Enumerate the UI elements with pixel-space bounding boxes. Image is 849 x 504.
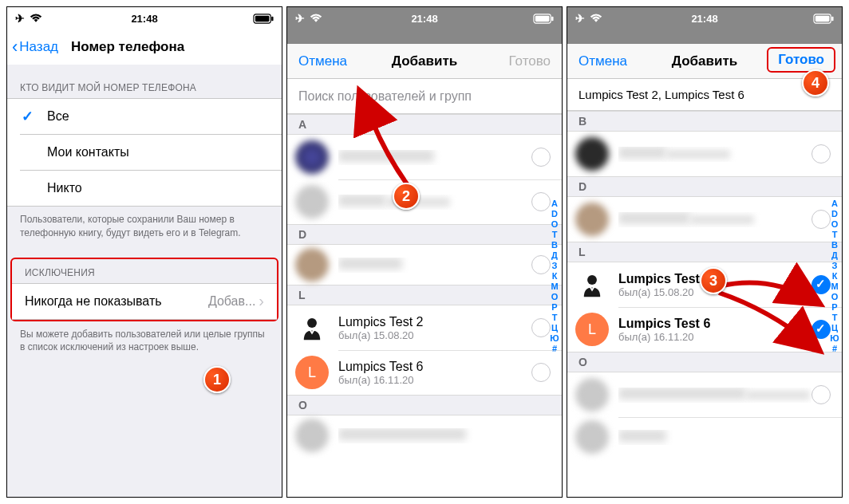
highlight-done: Готово <box>767 47 835 73</box>
avatar <box>575 420 609 454</box>
never-show-cell[interactable]: Никогда не показывать Добав... › <box>12 284 277 319</box>
status-bar: ✈ 21:48 <box>287 7 562 30</box>
checkbox[interactable] <box>811 210 831 229</box>
content: КТО ВИДИТ МОЙ НОМЕР ТЕЛЕФОНА Все Мои кон… <box>7 65 282 497</box>
section-D: D <box>567 176 842 197</box>
contact-status: был(а) 16.11.20 <box>338 374 531 386</box>
checkbox[interactable] <box>531 363 551 382</box>
avatar <box>575 378 609 411</box>
index-bar[interactable]: ADOТВДЗКМОРТЦЮ# <box>829 199 840 353</box>
list-item[interactable] <box>567 417 842 457</box>
checkbox[interactable] <box>811 144 831 163</box>
contact-name-blurred <box>338 428 466 440</box>
never-show-detail: Добав... <box>208 294 255 309</box>
content: Поиск пользователей и групп A D L <box>287 79 562 497</box>
page-title: Номер телефона <box>71 39 184 55</box>
contact-name: Lumpics Test 6 <box>338 360 531 374</box>
contact-sub-blurred <box>666 150 730 159</box>
list-item[interactable] <box>567 372 842 417</box>
contact-sub-blurred <box>746 391 810 400</box>
list-item[interactable] <box>567 132 842 176</box>
index-bar[interactable]: ADOТВДЗКМОРТЦЮ# <box>549 199 560 353</box>
never-show-label: Никогда не показывать <box>25 294 162 309</box>
avatar <box>295 248 329 282</box>
avatar <box>575 203 609 236</box>
done-button[interactable]: Готово <box>498 53 563 69</box>
checkbox[interactable] <box>531 318 551 337</box>
section-header-exceptions: ИСКЛЮЧЕНИЯ <box>12 259 277 283</box>
checkbox[interactable] <box>811 385 831 404</box>
status-time: 21:48 <box>567 13 842 25</box>
phone-screen-3: ✈ 21:48 Отмена Добавить Готово Lumpics T… <box>567 6 843 498</box>
nav-bar: Отмена Добавить Готово <box>567 44 842 79</box>
section-L: L <box>287 285 562 305</box>
selected-text: Lumpics Test 2, Lumpics Test 6 <box>579 88 744 101</box>
annotation-marker-1: 1 <box>203 366 231 393</box>
section-footer-who: Пользователи, которые сохранили Ваш номе… <box>7 207 282 245</box>
avatar <box>295 185 329 219</box>
annotation-marker-3: 3 <box>700 267 727 294</box>
option-contacts[interactable]: Мои контакты <box>7 135 282 170</box>
done-button[interactable]: Готово <box>770 52 832 68</box>
contact-sub-blurred <box>690 215 754 224</box>
contact-name-blurred <box>618 212 690 224</box>
contact-name-blurred <box>618 147 666 159</box>
checkbox[interactable] <box>531 148 551 167</box>
avatar <box>575 137 609 171</box>
phone-screen-2: ✈ 21:48 Отмена Добавить Готово Поиск пол… <box>286 6 563 498</box>
back-button[interactable]: ‹ Назад <box>7 38 58 56</box>
chevron-left-icon: ‹ <box>12 38 18 56</box>
chevron-right-icon: › <box>259 292 264 310</box>
svg-point-6 <box>307 318 317 328</box>
status-time: 21:48 <box>7 13 282 25</box>
selected-contacts[interactable]: Lumpics Test 2, Lumpics Test 6 <box>567 79 842 111</box>
status-bar: ✈ 21:48 <box>7 7 282 30</box>
contact-name: Lumpics Test 2 <box>338 315 531 329</box>
option-all[interactable]: Все <box>7 99 282 134</box>
phone-screen-1: ✈ 21:48 ‹ Назад Номер телефона КТО ВИДИТ… <box>6 6 282 498</box>
avatar <box>295 311 329 345</box>
annotation-marker-2: 2 <box>393 183 420 210</box>
contact-name-blurred <box>618 430 666 442</box>
section-O: O <box>287 395 562 415</box>
visibility-options: Все Мои контакты Никто <box>7 98 282 207</box>
contact-name-blurred <box>338 258 402 270</box>
section-footer-exceptions: Вы можете добавить пользователей или цел… <box>7 321 282 360</box>
contact-name-blurred <box>618 388 746 400</box>
svg-point-10 <box>587 275 597 285</box>
avatar <box>575 268 609 301</box>
back-label: Назад <box>19 39 58 55</box>
content: Lumpics Test 2, Lumpics Test 6 B D L <box>567 79 842 497</box>
status-bar: ✈ 21:48 <box>567 7 842 30</box>
list-item[interactable] <box>287 245 562 285</box>
section-header-who: КТО ВИДИТ МОЙ НОМЕР ТЕЛЕФОНА <box>7 65 282 98</box>
avatar <box>295 419 329 452</box>
nav-bar: Отмена Добавить Готово <box>287 44 562 79</box>
list-item[interactable] <box>287 415 562 455</box>
list-item-lumpics-2[interactable]: Lumpics Test 2 был(а) 15.08.20 <box>287 305 562 350</box>
checkbox[interactable] <box>531 192 551 211</box>
nav-bar: ‹ Назад Номер телефона <box>7 30 282 65</box>
section-B: B <box>567 111 842 132</box>
list-item-lumpics-6[interactable]: L Lumpics Test 6 был(а) 16.11.20 <box>287 350 562 395</box>
contact-status: был(а) 15.08.20 <box>338 329 531 341</box>
avatar <box>295 140 329 174</box>
checkbox[interactable] <box>531 255 551 274</box>
list-item[interactable] <box>567 197 842 242</box>
annotation-marker-4: 4 <box>802 69 829 96</box>
section-L: L <box>567 242 842 262</box>
avatar: L <box>575 313 609 346</box>
status-time: 21:48 <box>287 13 562 25</box>
avatar: L <box>295 356 329 389</box>
search-placeholder: Поиск пользователей и групп <box>298 89 472 104</box>
annotation-arrow-3b <box>715 286 827 361</box>
highlight-exceptions: ИСКЛЮЧЕНИЯ Никогда не показывать Добав..… <box>10 258 278 321</box>
option-nobody[interactable]: Никто <box>7 171 282 206</box>
section-D: D <box>287 224 562 245</box>
search-input[interactable]: Поиск пользователей и групп <box>287 79 562 114</box>
